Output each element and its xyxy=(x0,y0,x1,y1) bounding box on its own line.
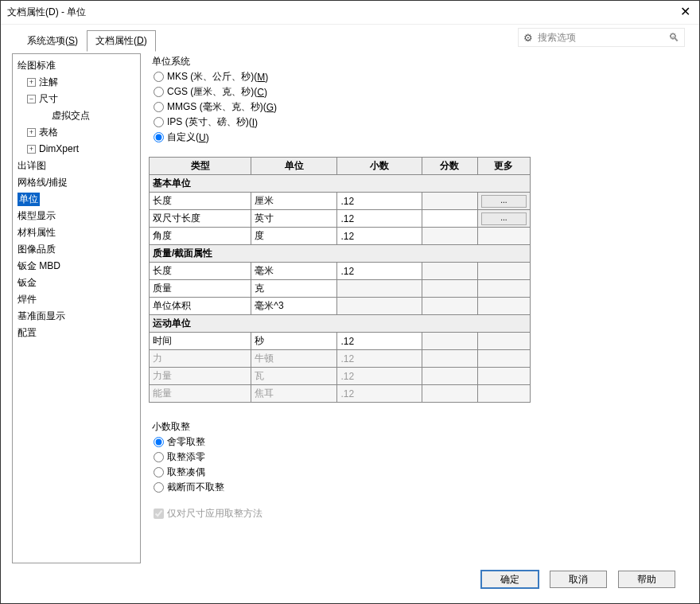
radio-truncate[interactable]: 截断而不取整 xyxy=(154,481,688,494)
col-more: 更多 xyxy=(477,158,530,175)
cancel-button[interactable]: 取消 xyxy=(550,571,607,588)
window-title: 文档属性(D) - 单位 xyxy=(7,6,86,19)
radio-ips[interactable]: IPS (英寸、磅、秒)(I) xyxy=(154,115,688,129)
ok-button[interactable]: 确定 xyxy=(481,571,539,588)
cell-decimals[interactable]: .12 xyxy=(337,228,422,245)
col-decimals: 小数 xyxy=(337,158,422,175)
row-unit-volume: 单位体积 毫米^3 xyxy=(150,298,531,315)
close-icon[interactable]: ✕ xyxy=(677,4,693,20)
tree-item-tables[interactable]: +表格 xyxy=(14,124,138,141)
more-button[interactable]: ... xyxy=(481,195,527,208)
tab-system-options[interactable]: 系统选项(S) xyxy=(18,30,87,52)
row-time: 时间 秒 .12 xyxy=(150,333,531,350)
dialog-footer: 确定 取消 帮助 xyxy=(12,563,688,595)
row-length: 长度 厘米 .12 ... xyxy=(150,193,531,210)
cell-unit[interactable]: 厘米 xyxy=(251,193,337,210)
tree-item-weldments[interactable]: 焊件 xyxy=(14,291,138,308)
units-table: 类型 单位 小数 分数 更多 基本单位 长度 厘米 .12 ... xyxy=(149,157,531,403)
cell-decimals[interactable]: .12 xyxy=(337,210,422,228)
tree-item-plane-display[interactable]: 基准面显示 xyxy=(14,308,138,325)
section-motion-units: 运动单位 xyxy=(150,315,531,333)
tree-item-dimension[interactable]: −尺寸 xyxy=(14,91,138,107)
expand-icon[interactable]: + xyxy=(27,145,36,154)
radio-custom[interactable]: 自定义(U) xyxy=(154,131,688,144)
expand-icon[interactable]: + xyxy=(27,128,36,137)
tree-item-material-props[interactable]: 材料属性 xyxy=(14,224,138,241)
table-header-row: 类型 单位 小数 分数 更多 xyxy=(150,158,531,175)
row-mass: 质量 克 xyxy=(150,280,531,298)
section-basic-units: 基本单位 xyxy=(150,175,531,193)
cell-unit[interactable]: 毫米^3 xyxy=(251,298,337,315)
tree-item-model-display[interactable]: 模型显示 xyxy=(14,208,138,224)
tree-item-units[interactable]: 单位 xyxy=(14,191,138,208)
tree-item-grid-snap[interactable]: 网格线/捕捉 xyxy=(14,174,138,191)
dialog-body: 绘图标准 +注解 −尺寸 虚拟交点 +表格 +DimXpert 出详图 网格线/… xyxy=(1,52,699,603)
tree-item-detailing[interactable]: 出详图 xyxy=(14,158,138,174)
tree-item-sheet-metal-mbd[interactable]: 钣金 MBD xyxy=(14,258,138,275)
help-button[interactable]: 帮助 xyxy=(618,571,675,588)
content-pane: 单位系统 MKS (米、公斤、秒)(M) CGS (厘米、克、秒)(C) MMG… xyxy=(149,53,688,563)
more-button[interactable]: ... xyxy=(481,212,527,225)
cell-decimals[interactable]: .12 xyxy=(337,193,422,210)
cell-unit[interactable]: 度 xyxy=(251,228,337,245)
tree-item-dimxpert[interactable]: +DimXpert xyxy=(14,141,138,158)
dialog-window: 文档属性(D) - 单位 ✕ 系统选项(S) 文档属性(D) ⚙ 搜索选项 🔍︎… xyxy=(0,0,700,604)
row-power: 力量 瓦 .12 xyxy=(150,368,531,385)
row-mass-length: 长度 毫米 .12 xyxy=(150,263,531,280)
tree-item-configurations[interactable]: 配置 xyxy=(14,325,138,341)
cell-decimals[interactable]: .12 xyxy=(337,333,422,350)
collapse-icon[interactable]: − xyxy=(27,95,36,103)
col-fractions: 分数 xyxy=(422,158,477,175)
cell-unit[interactable]: 毫米 xyxy=(251,263,337,280)
magnifier-icon: 🔍︎ xyxy=(668,31,679,44)
row-energy: 能量 焦耳 .12 xyxy=(150,385,531,403)
radio-round-even[interactable]: 取整凑偶 xyxy=(154,466,688,479)
unit-system-group: 单位系统 MKS (米、公斤、秒)(M) CGS (厘米、克、秒)(C) MMG… xyxy=(149,55,688,144)
tree-item-drawing-standard[interactable]: 绘图标准 xyxy=(14,57,138,74)
cell-unit[interactable]: 克 xyxy=(251,280,337,298)
cell-unit[interactable]: 英寸 xyxy=(251,210,337,228)
radio-cgs[interactable]: CGS (厘米、克、秒)(C) xyxy=(154,85,688,99)
row-angle: 角度 度 .12 xyxy=(150,228,531,245)
radio-round-half-away[interactable]: 舍零取整 xyxy=(154,435,688,449)
titlebar: 文档属性(D) - 单位 ✕ xyxy=(1,1,699,25)
radio-mmgs[interactable]: MMGS (毫米、克、秒)(G) xyxy=(154,100,688,114)
apply-rounding-checkbox: 仅对尺寸应用取整方法 xyxy=(154,507,688,520)
tree-item-annotation[interactable]: +注解 xyxy=(14,74,138,91)
row-force: 力 牛顿 .12 xyxy=(150,350,531,368)
cell-unit[interactable]: 秒 xyxy=(251,333,337,350)
unit-system-label: 单位系统 xyxy=(152,55,688,68)
rounding-label: 小数取整 xyxy=(152,420,688,434)
row-dual-length: 双尺寸长度 英寸 .12 ... xyxy=(150,210,531,228)
tab-bar: 系统选项(S) 文档属性(D) ⚙ 搜索选项 🔍︎ xyxy=(1,25,699,52)
tab-document-properties[interactable]: 文档属性(D) xyxy=(87,30,156,52)
tree-item-sheet-metal[interactable]: 钣金 xyxy=(14,275,138,291)
tree-item-image-quality[interactable]: 图像品质 xyxy=(14,241,138,258)
search-placeholder: 搜索选项 xyxy=(538,31,576,45)
section-mass-props: 质量/截面属性 xyxy=(150,245,531,263)
gear-icon: ⚙ xyxy=(523,32,533,44)
search-input[interactable]: ⚙ 搜索选项 🔍︎ xyxy=(518,28,685,47)
col-unit: 单位 xyxy=(251,158,337,175)
tree-item-virtual-sharp[interactable]: 虚拟交点 xyxy=(14,107,138,124)
nav-tree: 绘图标准 +注解 −尺寸 虚拟交点 +表格 +DimXpert 出详图 网格线/… xyxy=(12,53,141,563)
radio-mks[interactable]: MKS (米、公斤、秒)(M) xyxy=(154,70,688,84)
rounding-group: 小数取整 舍零取整 取整添零 取整凑偶 截断而不取整 xyxy=(149,420,688,494)
radio-round-half-zero[interactable]: 取整添零 xyxy=(154,450,688,464)
cell-decimals[interactable]: .12 xyxy=(337,263,422,280)
expand-icon[interactable]: + xyxy=(27,78,36,87)
col-type: 类型 xyxy=(150,158,251,175)
